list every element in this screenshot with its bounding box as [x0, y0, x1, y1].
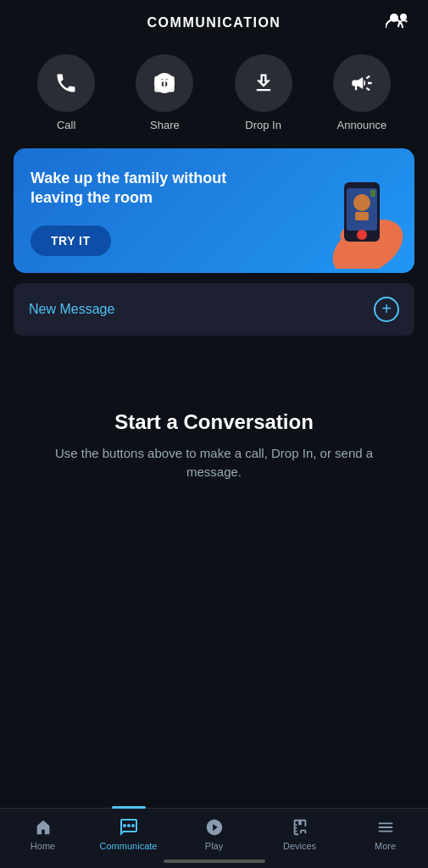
actions-row: Call Share Drop In Announce: [0, 41, 428, 138]
dropin-action[interactable]: Drop In: [235, 54, 292, 131]
svg-point-7: [353, 194, 370, 211]
svg-point-11: [127, 824, 131, 827]
empty-state-title: Start a Conversation: [114, 410, 314, 434]
try-it-button[interactable]: TRY IT: [31, 225, 111, 256]
nav-label-more: More: [375, 841, 396, 851]
nav-label-home: Home: [31, 841, 55, 851]
play-icon: [204, 817, 225, 837]
call-circle: [37, 54, 95, 112]
header: COMMUNICATION: [0, 0, 428, 41]
devices-icon: [290, 817, 310, 837]
svg-point-12: [123, 824, 126, 827]
dropin-circle: [235, 54, 292, 112]
contacts-button[interactable]: [384, 7, 411, 34]
nav-label-communicate: Communicate: [100, 841, 158, 851]
svg-rect-10: [370, 190, 375, 197]
announce-circle: [333, 54, 391, 112]
nav-item-home[interactable]: Home: [0, 817, 86, 851]
more-icon: [375, 817, 396, 837]
nav-item-communicate[interactable]: Communicate: [86, 817, 171, 851]
dropin-label: Drop In: [245, 119, 281, 131]
call-label: Call: [57, 119, 75, 131]
svg-point-1: [400, 14, 407, 20]
svg-point-13: [131, 824, 135, 827]
promo-illustration: [300, 159, 410, 269]
share-circle: [136, 54, 193, 112]
nav-item-devices[interactable]: Devices: [257, 817, 342, 851]
promo-banner: Wake up the family without leaving the r…: [14, 148, 414, 273]
svg-point-9: [357, 230, 367, 240]
promo-text: Wake up the family without leaving the r…: [31, 169, 251, 209]
nav-label-devices: Devices: [283, 841, 316, 851]
announce-label: Announce: [337, 119, 387, 131]
add-message-button[interactable]: +: [374, 297, 399, 322]
nav-item-play[interactable]: Play: [171, 817, 257, 851]
home-icon: [33, 817, 53, 837]
nav-item-more[interactable]: More: [342, 817, 428, 851]
share-action[interactable]: Share: [136, 54, 193, 131]
announce-action[interactable]: Announce: [333, 54, 391, 131]
communicate-icon: [119, 817, 139, 837]
share-label: Share: [150, 119, 180, 131]
call-action[interactable]: Call: [37, 54, 95, 131]
new-message-label: New Message: [29, 302, 114, 317]
home-indicator: [164, 860, 265, 863]
svg-rect-8: [355, 212, 369, 220]
empty-state: Start a Conversation Use the buttons abo…: [0, 342, 428, 499]
empty-state-subtitle: Use the buttons above to make a call, Dr…: [34, 444, 394, 482]
new-message-row[interactable]: New Message +: [14, 283, 414, 336]
nav-label-play: Play: [205, 841, 223, 851]
page-title: COMMUNICATION: [147, 15, 281, 31]
